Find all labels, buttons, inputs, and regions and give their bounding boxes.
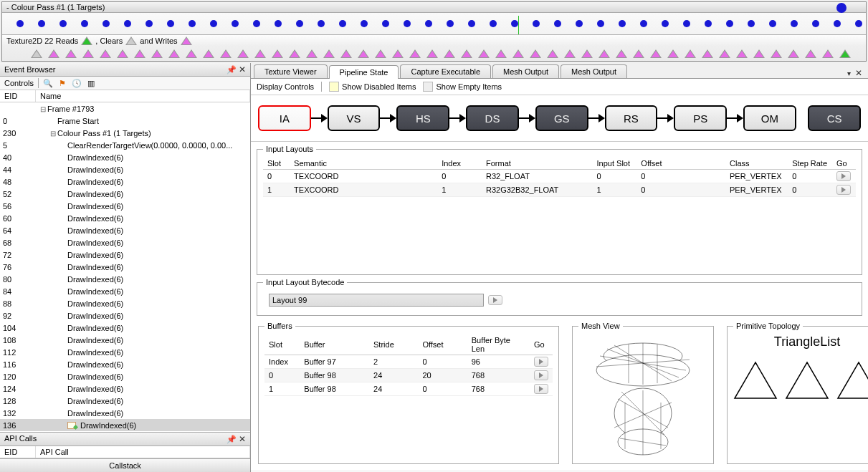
event-row[interactable]: 132DrawIndexed(6) — [0, 407, 250, 419]
event-row[interactable]: 116DrawIndexed(6) — [0, 358, 250, 370]
buffers-table[interactable]: SlotBufferStrideOffsetBuffer Byte LenGoI… — [264, 334, 553, 396]
col-header[interactable]: Go — [832, 158, 856, 170]
stage-rs[interactable]: RS — [605, 105, 658, 131]
triangle-pink-icon[interactable] — [358, 49, 369, 58]
bars-icon[interactable]: ▥ — [86, 78, 96, 88]
triangle-pink-icon[interactable] — [616, 49, 627, 58]
api-col-call[interactable]: API Call — [36, 446, 250, 458]
event-row[interactable]: 60DrawIndexed(6) — [0, 212, 250, 224]
col-header[interactable]: Buffer — [300, 334, 369, 355]
expand-icon[interactable]: ⊟ — [49, 130, 57, 138]
show-disabled-toggle[interactable]: Show Disabled Items — [329, 82, 416, 92]
triangle-pink-icon[interactable] — [736, 49, 748, 58]
stage-ds[interactable]: DS — [466, 105, 519, 131]
event-row[interactable]: 124DrawIndexed(6) — [0, 382, 250, 395]
triangle-pink-icon[interactable] — [254, 49, 266, 58]
col-header[interactable]: Slot — [263, 158, 290, 170]
tab-capture-executable[interactable]: Capture Executable — [400, 64, 491, 78]
triangle-pink-icon[interactable] — [771, 49, 782, 58]
triangle-pink-icon[interactable] — [306, 49, 318, 58]
triangle-pink-icon[interactable] — [323, 49, 335, 58]
triangle-pink-icon[interactable] — [719, 49, 730, 58]
stage-hs[interactable]: HS — [396, 105, 449, 131]
tab-texture-viewer[interactable]: Texture Viewer — [254, 64, 328, 78]
timeline-dot[interactable] — [81, 20, 88, 27]
close-icon[interactable]: ✕ — [239, 434, 246, 444]
close-icon[interactable]: ✕ — [239, 64, 246, 74]
col-header[interactable]: Offset — [636, 158, 725, 170]
triangle-pink-icon[interactable] — [65, 49, 77, 58]
stage-vs[interactable]: VS — [328, 105, 381, 131]
table-row[interactable]: 0TEXCOORD0R32_FLOAT00PER_VERTEX0 — [263, 170, 856, 183]
tabs-dropdown-icon[interactable]: ▾ — [847, 69, 851, 77]
col-header[interactable]: Buffer Byte Len — [467, 334, 530, 355]
triangle-pink-icon[interactable] — [289, 49, 300, 58]
timeline-dot[interactable] — [769, 20, 776, 27]
timeline-dot[interactable] — [253, 20, 260, 27]
triangle-pink-icon[interactable] — [134, 49, 146, 58]
col-header[interactable]: Slot — [264, 334, 300, 355]
tabs-close-icon[interactable]: ✕ — [855, 68, 862, 78]
go-arrow-icon[interactable] — [534, 384, 548, 394]
col-header[interactable]: Offset — [418, 334, 467, 355]
timeline-dot[interactable] — [339, 20, 346, 27]
bytecode-field[interactable]: Layout 99 — [269, 294, 484, 307]
event-row[interactable]: 5ClearRenderTargetView(0.0000, 0.0000, 0… — [0, 139, 250, 151]
timeline-dot[interactable] — [490, 20, 497, 27]
go-arrow-icon[interactable] — [488, 295, 502, 305]
triangle-pink-icon[interactable] — [753, 49, 765, 58]
timeline-dot[interactable] — [210, 20, 217, 27]
timeline-dot[interactable] — [404, 20, 411, 27]
timeline-dot[interactable] — [16, 20, 24, 27]
flag-icon[interactable]: ⚑ — [57, 78, 67, 88]
timeline-dot[interactable] — [447, 20, 454, 27]
clock-icon[interactable]: 🕓 — [72, 78, 82, 88]
col-eid[interactable]: EID — [0, 90, 36, 102]
triangle-pink-icon[interactable] — [82, 49, 94, 58]
event-row[interactable]: 128DrawIndexed(6) — [0, 395, 250, 407]
triangle-pink-icon[interactable] — [203, 49, 214, 58]
event-row[interactable]: 40DrawIndexed(6) — [0, 151, 250, 163]
triangle-pink-icon[interactable] — [392, 49, 404, 58]
triangle-green-icon[interactable] — [839, 49, 851, 58]
timeline-dot[interactable] — [533, 20, 540, 27]
triangle-pink-icon[interactable] — [530, 49, 541, 58]
timeline-dot[interactable] — [318, 20, 325, 27]
event-row[interactable]: 72DrawIndexed(6) — [0, 249, 250, 261]
col-header[interactable]: Semantic — [290, 158, 437, 170]
triangle-pink-icon[interactable] — [495, 49, 507, 58]
triangle-pink-icon[interactable] — [444, 49, 455, 58]
event-tree[interactable]: ⊟Frame #17930Frame Start230⊟Colour Pass … — [0, 102, 250, 432]
triangle-pink-icon[interactable] — [168, 49, 180, 58]
event-row[interactable]: 56DrawIndexed(6) — [0, 200, 250, 212]
stage-gs[interactable]: GS — [535, 105, 588, 131]
triangle-pink-icon[interactable] — [409, 49, 421, 58]
triangle-pink-icon[interactable] — [478, 49, 490, 58]
timeline-dot[interactable] — [791, 20, 798, 27]
timeline-dot[interactable] — [189, 20, 196, 27]
table-row[interactable]: 1Buffer 98240768 — [264, 382, 553, 396]
triangle-pink-icon[interactable] — [117, 49, 128, 58]
event-row[interactable]: 108DrawIndexed(6) — [0, 334, 250, 346]
find-icon[interactable]: 🔍 — [43, 78, 53, 88]
triangle-pink-icon[interactable] — [633, 49, 644, 58]
show-empty-toggle[interactable]: Show Empty Items — [423, 82, 502, 92]
triangle-pink-icon[interactable] — [237, 49, 249, 58]
timeline-dot[interactable] — [812, 20, 819, 27]
timeline-dot[interactable] — [102, 20, 110, 27]
triangle-pink-icon[interactable] — [151, 49, 163, 58]
timeline-dot[interactable] — [38, 20, 45, 27]
event-row[interactable]: 88DrawIndexed(6) — [0, 297, 250, 309]
triangle-pink-icon[interactable] — [340, 49, 352, 58]
table-row[interactable]: IndexBuffer 972096 — [264, 355, 553, 369]
event-row[interactable]: 0Frame Start — [0, 115, 250, 127]
triangle-pink-icon[interactable] — [547, 49, 558, 58]
event-row[interactable]: ⊟Frame #1793 — [0, 102, 250, 115]
triangle-pink-icon[interactable] — [186, 49, 197, 58]
col-header[interactable]: Step Rate — [788, 158, 832, 170]
timeline-dot[interactable] — [554, 20, 561, 27]
triangle-pink-icon[interactable] — [48, 49, 59, 58]
timeline-dot[interactable] — [167, 20, 174, 27]
col-header[interactable]: Format — [482, 158, 593, 170]
triangle-pink-icon[interactable] — [702, 49, 713, 58]
